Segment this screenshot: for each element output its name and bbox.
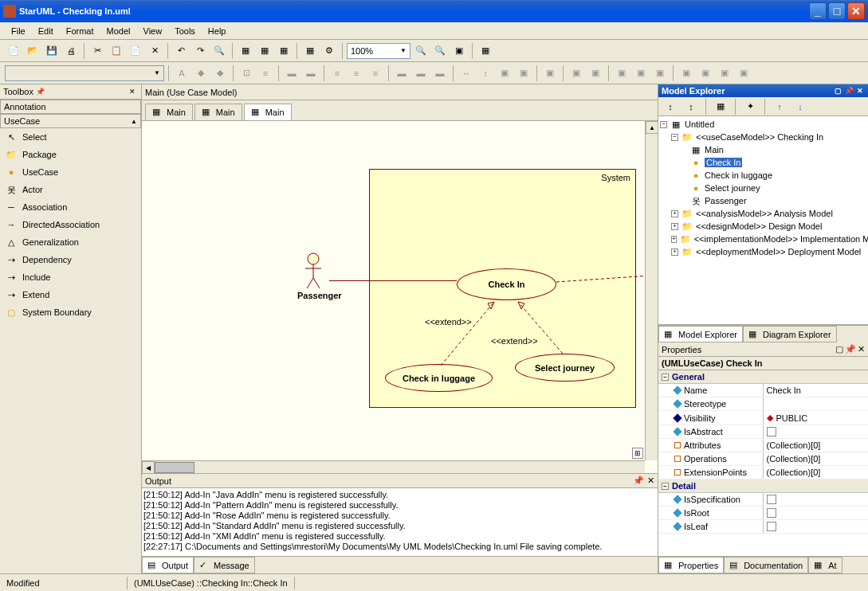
extend-line-luggage[interactable] xyxy=(437,300,509,368)
menu-file[interactable]: File xyxy=(5,25,32,37)
dependency-line-booking[interactable] xyxy=(556,270,658,288)
props-close-button[interactable]: ✕ xyxy=(858,344,865,354)
explorer-down-button[interactable]: ↓ xyxy=(791,98,809,115)
misc-button-9[interactable]: ▣ xyxy=(716,65,733,82)
toolbox-item-extend[interactable]: ⇢Extend xyxy=(0,286,141,303)
tab-model-explorer[interactable]: ▦Model Explorer xyxy=(658,326,743,342)
align-button-8[interactable]: ↕ xyxy=(477,65,494,82)
menu-edit[interactable]: Edit xyxy=(32,25,60,37)
misc-button-8[interactable]: ▣ xyxy=(697,65,714,82)
explorer-close-button[interactable]: ✕ xyxy=(855,86,865,96)
prop-checkbox[interactable] xyxy=(767,427,776,436)
tab-documentation[interactable]: ▤Documentation xyxy=(724,557,808,573)
font-button-3[interactable]: ◆ xyxy=(211,65,229,82)
font-button-1[interactable]: A xyxy=(173,65,190,82)
tree-node-checkin[interactable]: ●Check In xyxy=(660,156,866,169)
maximize-button[interactable]: □ xyxy=(828,2,846,20)
diagram-canvas[interactable]: System Passenger Check xyxy=(142,121,658,473)
vertical-scrollbar[interactable]: ▲ xyxy=(645,121,658,460)
explorer-filter-button[interactable]: ▦ xyxy=(712,98,729,115)
open-button[interactable]: 📂 xyxy=(24,42,41,60)
prop-checkbox[interactable] xyxy=(767,495,776,504)
props-group-general[interactable]: −General xyxy=(658,370,868,384)
align-button-4[interactable]: ▬ xyxy=(393,65,410,82)
diagram-tab-2[interactable]: ▦Main xyxy=(194,104,242,120)
diagram-button-1[interactable]: ▦ xyxy=(237,42,254,60)
usecase-journey[interactable]: Select journey xyxy=(515,354,615,382)
horizontal-scrollbar[interactable]: ◀ xyxy=(142,460,645,473)
diagram-tab-3[interactable]: ▦Main xyxy=(244,104,292,120)
expand-icon[interactable]: + xyxy=(671,236,677,243)
toolbox-item-select[interactable]: ↖Select xyxy=(0,128,141,146)
zoom-combo[interactable]: 100%▼ xyxy=(347,43,410,59)
extend-line-journey[interactable] xyxy=(516,300,572,356)
zoom-in-button[interactable]: 🔍 xyxy=(412,42,430,60)
misc-button-7[interactable]: ▣ xyxy=(678,65,695,82)
misc-button-5[interactable]: ▣ xyxy=(632,65,650,82)
output-content[interactable]: [21:50:12] Add-In "Java AddIn" menu is r… xyxy=(142,488,658,556)
align-button-3[interactable]: ≡ xyxy=(367,65,384,82)
prop-row-isspecification[interactable]: IsSpecification xyxy=(658,493,868,507)
send-back-button[interactable]: ▣ xyxy=(515,65,532,82)
output-close-button[interactable]: ✕ xyxy=(647,476,654,486)
misc-button-3[interactable]: ▣ xyxy=(587,65,604,82)
options-button[interactable]: ⚙ xyxy=(320,42,338,60)
tab-attachments[interactable]: ▦At xyxy=(808,557,842,573)
toolbox-usecase-section[interactable]: UseCase ▲ xyxy=(0,114,141,128)
misc-button-2[interactable]: ▣ xyxy=(568,65,585,82)
props-menu-button[interactable]: ▢ xyxy=(835,344,843,354)
explorer-up-button[interactable]: ↑ xyxy=(771,98,788,115)
diagram-button-3[interactable]: ▦ xyxy=(275,42,293,60)
diagram-tab-1[interactable]: ▦Main xyxy=(145,104,193,120)
actor-passenger[interactable]: Passenger xyxy=(297,252,329,300)
prop-row-isabstract[interactable]: IsAbstract xyxy=(658,425,868,439)
fill-button-2[interactable]: ▬ xyxy=(302,65,320,82)
align-button-5[interactable]: ▬ xyxy=(412,65,430,82)
toolbox-close-button[interactable]: ✕ xyxy=(127,86,138,97)
diagram-button-2[interactable]: ▦ xyxy=(256,42,273,60)
toolbox-item-association[interactable]: ─Association xyxy=(0,198,141,216)
toolbox-item-directedassociation[interactable]: →DirectedAssociation xyxy=(0,216,141,233)
menu-model[interactable]: Model xyxy=(100,25,137,37)
tab-diagram-explorer[interactable]: ▦Diagram Explorer xyxy=(743,326,837,342)
find-button[interactable]: 🔍 xyxy=(210,42,228,60)
prop-row-name[interactable]: NameCheck In xyxy=(658,384,868,397)
expand-icon[interactable]: + xyxy=(671,223,678,230)
output-pin-button[interactable]: 📌 xyxy=(633,476,644,486)
prop-row-visibility[interactable]: Visibility◆ PUBLIC xyxy=(658,411,868,425)
misc-button-6[interactable]: ▣ xyxy=(651,65,669,82)
prop-row-attributes[interactable]: Attributes(Collection)[0] xyxy=(658,439,868,452)
model-tree[interactable]: −▦Untitled −📁<<useCaseModel>> Checking I… xyxy=(658,116,868,325)
props-group-detail[interactable]: −Detail xyxy=(658,479,868,493)
toolbox-item-dependency[interactable]: ⇢Dependency xyxy=(0,251,141,268)
align-button-6[interactable]: ▬ xyxy=(431,65,449,82)
menu-format[interactable]: Format xyxy=(60,25,100,37)
explorer-pin-button[interactable]: 📌 xyxy=(844,86,854,96)
toolbox-item-system-boundary[interactable]: ▢System Boundary xyxy=(0,303,141,321)
line-button-1[interactable]: ⊡ xyxy=(238,65,255,82)
output-tab-output[interactable]: ▤Output xyxy=(142,557,194,573)
toolbox-item-package[interactable]: 📁Package xyxy=(0,146,141,163)
align-button-2[interactable]: ≡ xyxy=(348,65,365,82)
explorer-sort-button-2[interactable]: ↕ xyxy=(682,98,700,115)
expand-icon[interactable]: + xyxy=(671,249,678,256)
prop-checkbox[interactable] xyxy=(767,522,776,531)
align-button-1[interactable]: ≡ xyxy=(328,65,346,82)
minimize-button[interactable]: _ xyxy=(809,2,827,20)
prop-row-isroot[interactable]: IsRoot xyxy=(658,507,868,520)
toolbox-item-generalization[interactable]: △Generalization xyxy=(0,233,141,251)
tab-properties[interactable]: ▦Properties xyxy=(658,557,724,573)
menu-help[interactable]: Help xyxy=(202,25,233,37)
usecase-luggage[interactable]: Check in luggage xyxy=(385,364,493,392)
cut-button[interactable]: ✂ xyxy=(88,42,106,60)
menu-view[interactable]: View xyxy=(137,25,169,37)
expand-icon[interactable]: + xyxy=(671,210,678,217)
fill-button[interactable]: ▬ xyxy=(283,65,300,82)
font-combo[interactable]: ▼ xyxy=(5,65,164,81)
toolbox-pin-button[interactable]: 📌 xyxy=(35,86,46,97)
toolbox-item-actor[interactable]: 옷Actor xyxy=(0,181,141,198)
paste-button[interactable]: 📄 xyxy=(127,42,144,60)
new-button[interactable]: 📄 xyxy=(5,42,22,60)
zoom-fit-button[interactable]: ▣ xyxy=(450,42,468,60)
prop-row-extensionpoints[interactable]: ExtensionPoints(Collection)[0] xyxy=(658,466,868,479)
